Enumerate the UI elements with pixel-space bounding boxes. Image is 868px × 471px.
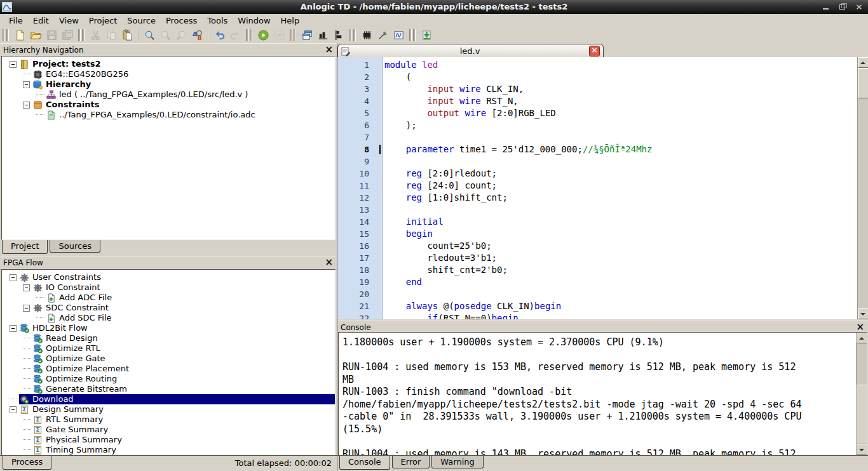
toolbar-open-file-button[interactable] [29,28,43,43]
tree-item-row[interactable]: ΣPhysical Summary [32,435,335,445]
menu-view[interactable]: View [54,15,84,26]
toolbar-grip[interactable] [78,29,85,41]
editor-tab[interactable]: led.v × [337,44,604,58]
toolbar-copy-button[interactable] [104,28,119,43]
toolbar-area-report-button[interactable] [316,28,330,43]
expander-minus-icon[interactable] [10,61,17,68]
code-line-20[interactable]: 20 [337,288,858,300]
restore-button[interactable] [839,3,846,11]
tree-item-row[interactable]: Add ADC File [46,293,335,303]
hierarchy-item-eg4-eg4s20bg256[interactable]: EG4::EG4S20BG256 [2,69,335,79]
scrollbar-up-button[interactable] [857,333,867,343]
code-line-10[interactable]: 10 reg [2:0]rledout; [337,168,858,180]
menu-tools[interactable]: Tools [202,15,233,26]
tree-item-row[interactable]: User Constraints [19,272,335,282]
toolbar-probe-button[interactable] [376,28,390,43]
flow-item-user-constraints[interactable]: User Constraints [2,272,335,282]
scrollbar-thumb[interactable] [857,385,867,444]
tree-item-row[interactable]: Hierarchy [32,79,335,90]
toolbar-find-replace-button[interactable]: AB [190,28,205,43]
code-line-18[interactable]: 18 shift_cnt=2'b0; [337,264,858,276]
toolbar-grip[interactable] [409,29,416,41]
tree-item-row[interactable]: SDC Constraint [32,303,335,313]
menu-project[interactable]: Project [84,15,122,26]
flow-item-design-summary[interactable]: ΣDesign Summary [2,404,335,415]
menu-help[interactable]: Help [276,15,305,26]
panel-tab-project[interactable]: Project [2,240,48,254]
code-line-1[interactable]: 1module led [337,59,858,71]
tree-item-row[interactable]: Optimize Routing [32,374,335,384]
scrollbar-down-button[interactable] [858,308,868,319]
flow-item-io-constraint[interactable]: IO Constraint [2,282,335,293]
tree-item-row[interactable]: Download [19,394,335,404]
expander-minus-icon[interactable] [23,305,30,312]
flow-item-generate-bitstream[interactable]: Generate Bitstream [2,384,335,394]
menu-file[interactable]: File [4,15,28,26]
toolbar-cascade-windows-button[interactable] [300,28,315,43]
editor-scrollbar[interactable] [857,57,868,319]
toolbar-stop-button[interactable] [272,28,287,43]
toolbar-paste-button[interactable] [120,28,135,43]
code-line-22[interactable]: 22 if(RST_N==0)begin [337,312,858,319]
code-line-12[interactable]: 12 reg [1:0]shift_cnt; [337,192,858,204]
tree-item-row[interactable]: Read Design [32,333,335,343]
scrollbar-down-button[interactable] [857,444,867,455]
code-editor[interactable]: 1module led2 (3 input wire CLK_IN,4 inpu… [337,57,858,319]
toolbar-run-button[interactable] [256,28,271,43]
flow-item-read-design[interactable]: Read Design [2,333,335,343]
tree-item-row[interactable]: ΣDesign Summary [19,404,335,415]
code-line-17[interactable]: 17 rledout=3'b1; [337,252,858,264]
toolbar-grip[interactable] [349,29,356,41]
code-line-9[interactable]: 9 [337,156,858,168]
flow-item-add-sdc-file[interactable]: Add SDC File [2,313,335,323]
flow-item-sdc-constraint[interactable]: SDC Constraint [2,303,335,313]
toolbar-grip[interactable] [290,29,296,41]
hierarchy-item-led-tang-fpga-examples-0-led-src-led-v[interactable]: led ( ../Tang_FPGA_Examples/0.LED/src/le… [2,90,335,100]
code-line-14[interactable]: 14 initial [337,216,858,228]
flow-item-download[interactable]: Download [2,394,335,404]
menu-edit[interactable]: Edit [28,15,54,26]
code-line-16[interactable]: 16 count=25'b0; [337,240,858,252]
tree-item-row[interactable]: Project: tests2 [19,59,335,69]
flow-item-optimize-rtl[interactable]: Optimize RTL [2,343,335,354]
flow-item-hdl2bit-flow[interactable]: HDL2Bit Flow [2,323,335,333]
toolbar-find-previous-button[interactable] [174,28,189,43]
hierarchy-item-tang-fpga-examples-0-led-constraint-io-adc[interactable]: ../Tang_FPGA_Examples/0.LED/constraint/i… [2,110,335,120]
flow-item-gate-summary[interactable]: ΣGate Summary [2,425,335,435]
output-tab-warning[interactable]: Warning [431,456,483,468]
code-line-19[interactable]: 19 end [337,276,858,288]
tree-item-row[interactable]: EG4::EG4S20BG256 [32,69,335,79]
console-output[interactable]: 1.180000s user + 1.190000s system = 2.37… [339,333,856,455]
tree-item-row[interactable]: Generate Bitstream [32,384,335,394]
code-line-7[interactable]: 7 [337,131,858,143]
flow-item-physical-summary[interactable]: ΣPhysical Summary [2,435,335,445]
tree-item-row[interactable]: ΣRTL Summary [32,415,335,425]
expander-minus-icon[interactable] [23,81,30,88]
tree-item-row[interactable]: Add SDC File [46,313,335,323]
code-line-6[interactable]: 6 ); [337,119,858,131]
expander-minus-icon[interactable] [10,274,17,281]
flow-item-timing-summary[interactable]: ΣTiming Summary [2,445,335,455]
toolbar-download-button[interactable] [419,28,434,43]
minimize-button[interactable] [822,3,830,11]
flow-item-add-adc-file[interactable]: Add ADC File [2,293,335,303]
scrollbar-up-button[interactable] [858,57,868,68]
code-line-11[interactable]: 11 reg [24:0] count; [337,180,858,192]
tree-item-row[interactable]: HDL2Bit Flow [19,323,335,333]
toolbar-waveform-viewer-button[interactable] [391,28,406,43]
panel-tab-sources[interactable]: Sources [50,240,100,253]
fpga-flow-tree[interactable]: User ConstraintsIO ConstraintAdd ADC Fil… [1,269,336,456]
toolbar-find-button[interactable] [142,28,157,43]
code-line-3[interactable]: 3 input wire CLK_IN, [337,83,858,95]
hierarchy-item-constraints[interactable]: Constraints [2,100,335,110]
flow-item-rtl-summary[interactable]: ΣRTL Summary [2,415,335,425]
tree-item-row[interactable]: ../Tang_FPGA_Examples/0.LED/constraint/i… [46,110,335,120]
expander-minus-icon[interactable] [23,284,30,291]
output-tab-error[interactable]: Error [392,456,430,468]
tab-close-button[interactable]: × [589,46,600,56]
code-line-8[interactable]: 8 parameter time1 = 25'd12_000_000;//¾§Õ… [337,143,858,156]
code-line-21[interactable]: 21 always @(posedge CLK_IN)begin [337,300,858,312]
tree-item-row[interactable]: Optimize Placement [32,364,335,374]
scrollbar-thumb[interactable] [858,68,868,98]
code-line-4[interactable]: 4 input wire RST_N, [337,95,858,107]
